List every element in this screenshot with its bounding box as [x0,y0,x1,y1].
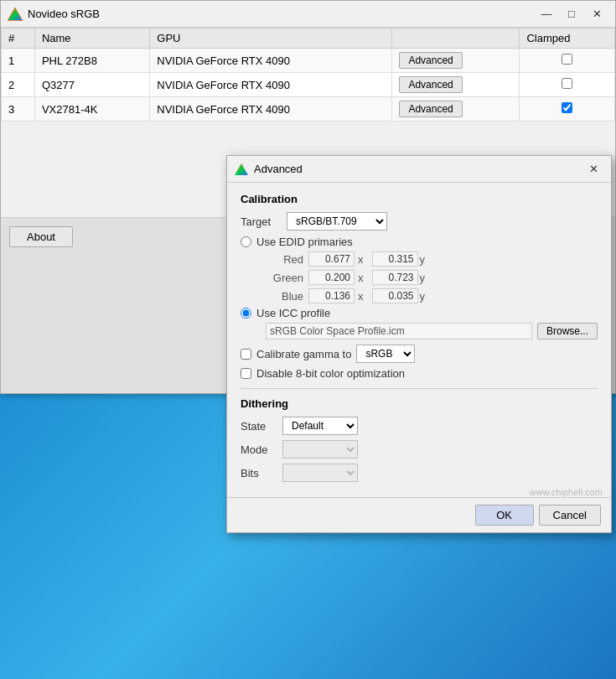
blue-x-input[interactable]: 0.136 [308,288,355,303]
table-row: 1 PHL 272B8 NVIDIA GeForce RTX 4090 Adva… [2,49,615,73]
row3-gpu: NVIDIA GeForce RTX 4090 [150,97,392,122]
close-button[interactable]: ✕ [585,5,608,23]
edid-radio-row: Use EDID primaries [241,236,598,248]
bits-select[interactable] [282,464,358,482]
red-x-input[interactable]: 0.677 [308,251,355,267]
red-y-input[interactable]: 0.315 [372,251,418,267]
row2-advanced-cell: Advanced [392,73,520,97]
bits-row: Bits [241,464,598,482]
row1-name: PHL 272B8 [34,49,149,73]
dialog-title-text: Advanced [254,163,303,175]
maximize-button[interactable]: □ [560,5,583,23]
mode-row: Mode [241,440,598,459]
edid-label: Use EDID primaries [256,236,353,248]
row1-advanced-cell: Advanced [392,49,520,73]
green-y-input[interactable]: 0.723 [372,270,418,285]
green-x-input[interactable]: 0.200 [308,270,355,285]
target-select[interactable]: sRGB/BT.709 DCI-P3 BT.2020 [287,212,387,231]
state-label: State [241,420,282,433]
col-header-gpu: GPU [150,29,392,49]
dialog-footer: OK Cancel [227,497,611,532]
target-label: Target [241,215,287,228]
blue-x-label: x [358,290,364,303]
about-button[interactable]: About [9,226,73,247]
state-select[interactable]: Default Enabled Disabled [282,417,358,435]
blue-y-input[interactable]: 0.035 [372,288,418,303]
dialog-logo-icon [234,162,249,177]
app-logo-icon [8,7,23,22]
edid-radio[interactable] [241,236,251,247]
gamma-label: Calibrate gamma to [256,348,351,360]
row3-name: VX2781-4K [34,97,149,122]
col-header-clamped: Clamped [520,29,615,49]
svg-marker-1 [8,8,22,20]
dialog-content: Calibration Target sRGB/BT.709 DCI-P3 BT… [227,183,611,497]
disable8bit-checkbox[interactable] [241,368,251,379]
gamma-select[interactable]: sRGB 2.2 2.4 [356,345,415,363]
bits-label: Bits [241,467,282,479]
dialog-close-button[interactable]: ✕ [582,160,604,179]
mode-select[interactable] [282,440,358,459]
row1-clamped-checkbox[interactable] [562,54,572,65]
gamma-checkbox-row: Calibrate gamma to sRGB 2.2 2.4 [241,345,598,363]
disable8bit-checkbox-row: Disable 8-bit color optimization [241,367,598,380]
row2-name: Q3277 [34,73,149,97]
advanced-dialog: Advanced ✕ Calibration Target sRGB/BT.70… [226,155,612,533]
green-coord-row: Green 0.200 x 0.723 y [241,270,598,285]
row1-num: 1 [2,49,35,73]
gamma-checkbox[interactable] [241,349,251,360]
advanced-button-row2[interactable]: Advanced [399,76,462,93]
state-row: State Default Enabled Disabled [241,417,598,435]
icc-radio-row: Use ICC profile [241,307,598,319]
minimize-button[interactable]: — [535,5,558,23]
row3-num: 3 [2,97,35,122]
dithering-header: Dithering [241,397,598,410]
dialog-title-left: Advanced [234,162,303,177]
row3-clamped-cell [520,97,615,122]
col-header-advanced [392,29,520,49]
monitor-table: # Name GPU Clamped 1 PHL 272B8 NVIDIA Ge… [1,28,615,122]
table-row: 2 Q3277 NVIDIA GeForce RTX 4090 Advanced [2,73,615,97]
green-y-label: y [420,272,426,284]
mode-label: Mode [241,443,282,456]
target-row: Target sRGB/BT.709 DCI-P3 BT.2020 [241,212,598,231]
dithering-section: Dithering State Default Enabled Disabled… [241,397,598,482]
row2-clamped-checkbox[interactable] [562,78,572,89]
row3-clamped-checkbox[interactable] [562,102,572,113]
table-row: 3 VX2781-4K NVIDIA GeForce RTX 4090 Adva… [2,97,615,122]
row2-gpu: NVIDIA GeForce RTX 4090 [150,73,392,97]
icc-label: Use ICC profile [256,307,330,319]
green-x-label: x [358,272,364,284]
col-header-name: Name [34,29,149,49]
row1-clamped-cell [520,49,615,73]
disable8bit-label: Disable 8-bit color optimization [256,367,405,380]
svg-marker-2 [235,163,248,175]
advanced-button-row3[interactable]: Advanced [399,101,462,117]
row2-num: 2 [2,73,35,97]
green-label: Green [266,272,303,284]
row1-gpu: NVIDIA GeForce RTX 4090 [150,49,392,73]
icc-file-row: sRGB Color Space Profile.icm Browse... [241,323,598,340]
browse-button[interactable]: Browse... [537,323,598,340]
blue-label: Blue [266,290,303,303]
chiphell-watermark: www.chiphell.com [530,487,603,497]
red-y-label: y [420,253,426,266]
section-divider [241,388,598,389]
blue-y-label: y [420,290,426,303]
cancel-button[interactable]: Cancel [539,505,601,526]
main-window-title: Novideo sRGB [28,8,100,20]
advanced-button-row1[interactable]: Advanced [399,52,462,69]
main-title-bar: Novideo sRGB — □ ✕ [1,1,615,28]
red-label: Red [266,253,303,266]
title-bar-buttons: — □ ✕ [535,5,608,23]
ok-button[interactable]: OK [475,505,534,526]
row3-advanced-cell: Advanced [392,97,520,122]
calibration-header: Calibration [241,193,598,205]
dialog-title-bar: Advanced ✕ [227,156,611,183]
row2-clamped-cell [520,73,615,97]
col-header-num: # [2,29,35,49]
icc-file-input[interactable]: sRGB Color Space Profile.icm [266,323,532,340]
icc-radio[interactable] [241,308,251,319]
blue-coord-row: Blue 0.136 x 0.035 y [241,288,598,303]
title-bar-left: Novideo sRGB [8,7,100,22]
